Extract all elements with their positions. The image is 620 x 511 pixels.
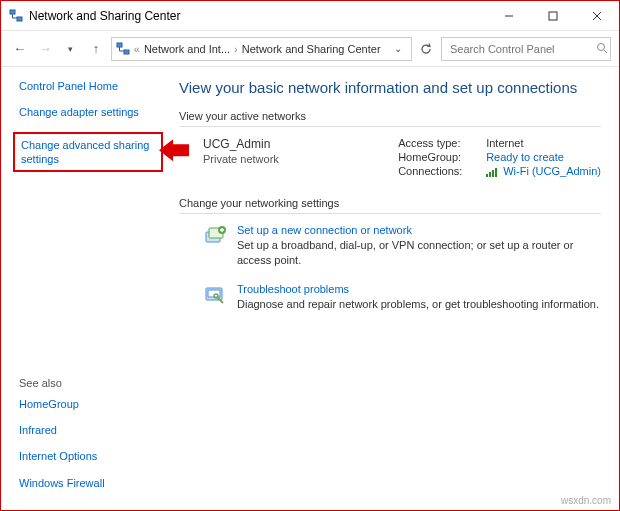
sidebar-link-adapter[interactable]: Change adapter settings bbox=[19, 105, 159, 119]
action-troubleshoot: Troubleshoot problems Diagnose and repai… bbox=[179, 283, 601, 312]
chevron-right-icon: › bbox=[234, 43, 238, 55]
refresh-button[interactable] bbox=[416, 38, 437, 60]
main-panel: View your basic network information and … bbox=[171, 67, 619, 510]
search-box[interactable] bbox=[441, 37, 611, 61]
action-desc: Diagnose and repair network problems, or… bbox=[237, 297, 599, 312]
connection-link[interactable]: Wi-Fi (UCG_Admin) bbox=[486, 165, 601, 177]
connection-name: Wi-Fi (UCG_Admin) bbox=[503, 165, 601, 177]
up-button[interactable]: ↑ bbox=[85, 38, 106, 60]
chevron-left-icon: « bbox=[134, 43, 140, 55]
window-title: Network and Sharing Center bbox=[29, 9, 180, 23]
page-heading: View your basic network information and … bbox=[179, 79, 601, 96]
connections-label: Connections: bbox=[398, 165, 480, 177]
content: Control Panel Home Change adapter settin… bbox=[1, 67, 619, 510]
seealso-link-internet-options[interactable]: Internet Options bbox=[19, 449, 159, 463]
action-title[interactable]: Troubleshoot problems bbox=[237, 283, 599, 295]
divider bbox=[179, 213, 601, 214]
recent-locations-button[interactable]: ▾ bbox=[60, 38, 81, 60]
forward-button[interactable]: → bbox=[34, 38, 55, 60]
breadcrumb-item[interactable]: Network and Sharing Center bbox=[242, 43, 381, 55]
search-input[interactable] bbox=[448, 42, 590, 56]
sidebar-link-label: Change advanced sharing settings bbox=[21, 139, 149, 165]
svg-rect-3 bbox=[549, 12, 557, 20]
svg-rect-1 bbox=[17, 17, 22, 21]
search-icon[interactable] bbox=[596, 42, 608, 56]
close-button[interactable] bbox=[575, 2, 619, 30]
action-desc: Set up a broadband, dial-up, or VPN conn… bbox=[237, 238, 601, 269]
active-network-row: UCG_Admin Private network Access type: I… bbox=[179, 137, 601, 179]
svg-marker-10 bbox=[159, 139, 189, 161]
breadcrumb[interactable]: « Network and Int... › Network and Shari… bbox=[111, 37, 412, 61]
minimize-button[interactable] bbox=[487, 2, 531, 30]
back-button[interactable]: ← bbox=[9, 38, 30, 60]
access-type-value: Internet bbox=[486, 137, 523, 149]
maximize-button[interactable] bbox=[531, 2, 575, 30]
network-icon bbox=[116, 42, 130, 56]
sidebar-link-home[interactable]: Control Panel Home bbox=[19, 79, 159, 93]
action-title[interactable]: Set up a new connection or network bbox=[237, 224, 601, 236]
titlebar: Network and Sharing Center bbox=[1, 1, 619, 31]
breadcrumb-item[interactable]: Network and Int... bbox=[144, 43, 230, 55]
seealso-link-infrared[interactable]: Infrared bbox=[19, 423, 159, 437]
navbar: ← → ▾ ↑ « Network and Int... › Network a… bbox=[1, 31, 619, 67]
callout-arrow-icon bbox=[159, 139, 189, 164]
svg-point-8 bbox=[598, 43, 605, 50]
seealso-link-firewall[interactable]: Windows Firewall bbox=[19, 476, 159, 490]
wifi-signal-icon bbox=[486, 168, 497, 177]
seealso-heading: See also bbox=[19, 377, 159, 389]
homegroup-link[interactable]: Ready to create bbox=[486, 151, 564, 163]
svg-rect-0 bbox=[10, 10, 15, 14]
window: Network and Sharing Center ← → ▾ ↑ « Net… bbox=[0, 0, 620, 511]
divider bbox=[179, 126, 601, 127]
sidebar-link-advanced-sharing[interactable]: Change advanced sharing settings bbox=[13, 132, 163, 173]
troubleshoot-icon bbox=[203, 283, 227, 307]
svg-line-9 bbox=[604, 50, 607, 53]
action-setup-connection: Set up a new connection or network Set u… bbox=[179, 224, 601, 269]
sidebar: Control Panel Home Change adapter settin… bbox=[1, 67, 171, 510]
change-settings-heading: Change your networking settings bbox=[179, 197, 601, 209]
network-type: Private network bbox=[203, 153, 378, 165]
access-type-label: Access type: bbox=[398, 137, 480, 149]
homegroup-label: HomeGroup: bbox=[398, 151, 480, 163]
active-networks-heading: View your active networks bbox=[179, 110, 601, 122]
network-icon bbox=[9, 9, 23, 23]
setup-connection-icon bbox=[203, 224, 227, 248]
seealso-link-homegroup[interactable]: HomeGroup bbox=[19, 397, 159, 411]
svg-rect-7 bbox=[124, 50, 129, 54]
svg-rect-6 bbox=[117, 43, 122, 47]
breadcrumb-dropdown[interactable]: ⌄ bbox=[389, 43, 407, 54]
network-name: UCG_Admin bbox=[203, 137, 378, 151]
watermark: wsxdn.com bbox=[561, 495, 611, 506]
